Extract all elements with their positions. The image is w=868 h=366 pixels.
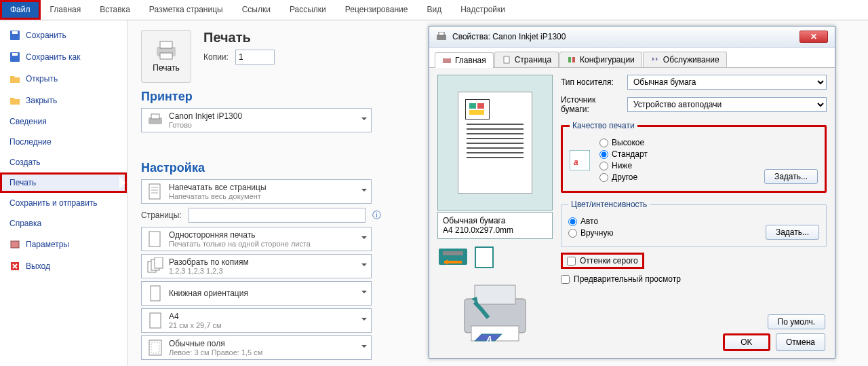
chevron-down-icon — [361, 318, 367, 323]
folder-close-icon — [9, 95, 20, 106]
svg-rect-8 — [160, 53, 172, 59]
print-title: Печать — [203, 30, 275, 45]
ok-button[interactable]: OK — [723, 333, 770, 351]
defaults-button[interactable]: По умолч. — [768, 314, 825, 329]
dialog-titlebar[interactable]: Свойства: Canon Inkjet iP1300 ✕ — [429, 26, 835, 48]
sidebar-item-label: Открыть — [26, 74, 58, 84]
pages-input[interactable] — [189, 208, 366, 223]
svg-rect-22 — [443, 58, 451, 63]
media-select[interactable]: Обычная бумага — [627, 75, 827, 90]
quality-legend: Качество печати — [570, 121, 637, 130]
copies-input[interactable] — [235, 50, 275, 65]
sidebar-item-close[interactable]: Закрыть — [0, 90, 127, 111]
preview-size: A4 210.0x297.0mm — [443, 225, 547, 235]
dialog-tab-config[interactable]: Конфигурации — [559, 52, 642, 67]
svg-rect-1 — [12, 31, 18, 34]
tab-insert[interactable]: Вставка — [90, 0, 140, 20]
margins-icon — [147, 339, 163, 356]
color-manual-radio[interactable] — [568, 229, 577, 238]
preview-media: Обычная бумага — [443, 216, 547, 225]
close-button[interactable]: ✕ — [800, 31, 828, 43]
quality-high-radio[interactable] — [599, 139, 608, 147]
quality-standard-radio[interactable] — [599, 150, 608, 159]
setting-collate[interactable]: Разобрать по копиям1,2,3 1,2,3 1,2,3 — [141, 254, 372, 278]
printer-large-icon: A — [451, 278, 539, 346]
dialog-tab-page[interactable]: Страница — [494, 52, 559, 67]
printer-select[interactable]: Canon Inkjet iP1300 Готово — [141, 108, 372, 132]
svg-rect-29 — [469, 110, 484, 115]
printer-icon — [436, 32, 447, 41]
color-auto-radio[interactable] — [568, 217, 577, 226]
tools-icon — [650, 56, 660, 64]
tab-label: Главная — [455, 56, 486, 65]
setting-papersize[interactable]: A421 см x 29,7 см — [141, 308, 372, 333]
sidebar-item-label: Последние — [9, 137, 52, 147]
chevron-down-icon — [361, 291, 367, 296]
svg-rect-12 — [149, 232, 160, 246]
svg-rect-28 — [477, 103, 484, 109]
chevron-down-icon — [361, 236, 367, 242]
dialog-tab-maint[interactable]: Обслуживание — [643, 52, 727, 67]
quality-set-button[interactable]: Задать... — [764, 169, 818, 184]
tab-home[interactable]: Главная — [41, 0, 91, 20]
tab-mailings[interactable]: Рассылки — [280, 0, 336, 20]
setting-main: Книжная ориентация — [169, 289, 248, 298]
tab-review[interactable]: Рецензирование — [336, 0, 418, 20]
cancel-button[interactable]: Отмена — [776, 333, 825, 351]
setting-sub: Напечатать весь документ — [169, 192, 267, 200]
sidebar-item-recent[interactable]: Последние — [0, 132, 127, 152]
sidebar-item-label: Создать — [9, 158, 41, 167]
ribbon: Файл Главная Вставка Разметка страницы С… — [0, 0, 868, 20]
preview-checkbox[interactable] — [561, 275, 570, 284]
sidebar-item-print[interactable]: Печать — [0, 172, 127, 193]
color-set-button[interactable]: Задать... — [766, 225, 819, 240]
printer-icon — [442, 56, 452, 65]
dialog-title: Свойства: Canon Inkjet iP1300 — [452, 32, 566, 41]
dialog-tab-main[interactable]: Главная — [435, 52, 494, 68]
pages-icon — [147, 183, 163, 200]
svg-rect-16 — [151, 286, 160, 301]
quality-fieldset: Качество печати a Высокое Стандарт Ниже … — [561, 121, 827, 193]
sidebar-item-saveas[interactable]: Сохранить как — [0, 46, 127, 68]
setting-sub: Левое: 3 см Правое: 1,5 см — [169, 348, 262, 356]
source-select[interactable]: Устройство автоподачи — [627, 97, 827, 112]
setting-orientation[interactable]: Книжная ориентация — [141, 281, 372, 306]
tab-layout[interactable]: Разметка страницы — [140, 0, 233, 20]
tab-addins[interactable]: Надстройки — [451, 0, 515, 20]
dialog-tabs: Главная Страница Конфигурации Обслуживан… — [429, 48, 835, 68]
sidebar-item-open[interactable]: Открыть — [0, 68, 127, 90]
sidebar-item-exit[interactable]: Выход — [0, 255, 127, 277]
info-icon[interactable]: ⓘ — [372, 209, 381, 221]
grayscale-checkbox[interactable] — [567, 257, 576, 266]
setting-print-range[interactable]: Напечатать все страницыНапечатать весь д… — [141, 179, 372, 204]
setting-main: Напечатать все страницы — [169, 183, 267, 192]
quality-other-radio[interactable] — [599, 173, 608, 182]
sidebar-item-new[interactable]: Создать — [0, 152, 127, 172]
svg-rect-15 — [155, 257, 163, 268]
quality-low-radio[interactable] — [599, 162, 608, 170]
svg-rect-24 — [568, 57, 571, 62]
print-button[interactable]: Печать — [141, 30, 191, 83]
sidebar-item-help[interactable]: Справка — [0, 213, 127, 234]
setting-sides[interactable]: Односторонняя печатьПечатать только на о… — [141, 227, 372, 251]
tab-file[interactable]: Файл — [0, 0, 41, 20]
setting-main: Разобрать по копиям — [169, 257, 249, 267]
color-fieldset: Цвет/интенсивность Авто Вручную Задать..… — [561, 200, 827, 247]
svg-rect-23 — [504, 56, 509, 63]
setting-margins[interactable]: Обычные поляЛевое: 3 см Правое: 1,5 см — [141, 335, 372, 360]
tab-links[interactable]: Ссылки — [233, 0, 280, 20]
copies-label: Копии: — [203, 52, 229, 62]
sidebar-item-label: Закрыть — [26, 96, 57, 105]
chevron-down-icon — [361, 263, 367, 269]
radio-label: Вручную — [580, 228, 613, 238]
setting-sub: 1,2,3 1,2,3 1,2,3 — [169, 267, 249, 275]
sidebar-item-save[interactable]: Сохранить — [0, 24, 127, 46]
grayscale-label: Оттенки серого — [580, 256, 638, 266]
sidebar-item-options[interactable]: Параметры — [0, 234, 127, 255]
tab-view[interactable]: Вид — [417, 0, 451, 20]
sidebar-item-info[interactable]: Сведения — [0, 111, 127, 132]
sidebar-item-share[interactable]: Сохранить и отправить — [0, 193, 127, 213]
setting-main: Односторонняя печать — [169, 230, 311, 240]
page-outline-icon — [474, 246, 494, 269]
sidebar-item-label: Сведения — [9, 117, 47, 126]
